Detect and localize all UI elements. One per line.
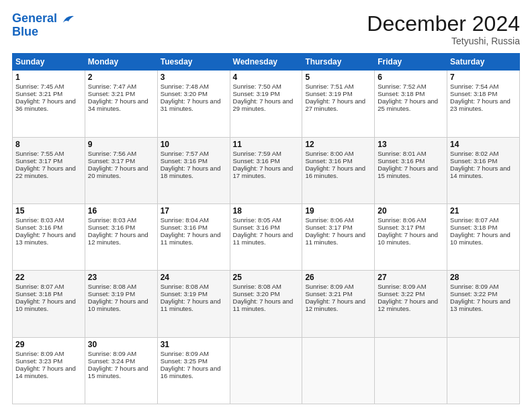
logo-text: General: [12, 12, 74, 26]
daylight-text: Daylight: 7 hours and 15 minutes.: [88, 365, 148, 379]
table-row: [230, 337, 302, 404]
sunrise-text: Sunrise: 8:06 AM: [378, 216, 426, 224]
sunrise-text: Sunrise: 7:57 AM: [161, 150, 209, 157]
day-number: 26: [305, 273, 371, 282]
table-row: 31Sunrise: 8:09 AMSunset: 3:25 PMDayligh…: [157, 337, 230, 404]
sunrise-text: Sunrise: 7:52 AM: [378, 83, 426, 90]
table-row: 10Sunrise: 7:57 AMSunset: 3:16 PMDayligh…: [157, 137, 230, 203]
daylight-text: Daylight: 7 hours and 25 minutes.: [378, 97, 438, 112]
sunrise-text: Sunrise: 7:51 AM: [305, 83, 353, 90]
logo-blue-text: Blue: [12, 26, 38, 39]
sunrise-text: Sunrise: 8:01 AM: [378, 150, 426, 157]
sunset-text: Sunset: 3:17 PM: [15, 157, 62, 165]
day-number: 30: [88, 340, 154, 349]
table-row: 16Sunrise: 8:03 AMSunset: 3:16 PMDayligh…: [85, 203, 157, 270]
day-number: 3: [161, 73, 227, 82]
day-number: 6: [378, 73, 444, 82]
table-row: 2Sunrise: 7:47 AMSunset: 3:21 PMDaylight…: [85, 71, 157, 137]
sunset-text: Sunset: 3:18 PM: [378, 90, 425, 97]
sunrise-text: Sunrise: 8:03 AM: [88, 216, 136, 224]
day-number: 14: [450, 140, 517, 149]
sunset-text: Sunset: 3:17 PM: [88, 157, 135, 165]
sunrise-text: Sunrise: 7:59 AM: [233, 150, 281, 157]
day-number: 25: [233, 273, 300, 282]
daylight-text: Daylight: 7 hours and 10 minutes.: [450, 231, 511, 246]
sunrise-text: Sunrise: 7:45 AM: [15, 83, 64, 90]
sunset-text: Sunset: 3:16 PM: [161, 157, 208, 165]
table-row: [302, 337, 375, 404]
daylight-text: Daylight: 7 hours and 22 minutes.: [15, 165, 76, 179]
sunset-text: Sunset: 3:22 PM: [378, 290, 425, 298]
daylight-text: Daylight: 7 hours and 16 minutes.: [305, 165, 365, 179]
daylight-text: Daylight: 7 hours and 11 minutes.: [161, 231, 221, 246]
week-row-5: 29Sunrise: 8:09 AMSunset: 3:23 PMDayligh…: [13, 337, 520, 404]
day-number: 17: [161, 206, 227, 216]
sunset-text: Sunset: 3:17 PM: [305, 224, 352, 231]
daylight-text: Daylight: 7 hours and 11 minutes.: [305, 231, 365, 246]
day-number: 1: [15, 73, 82, 82]
sunrise-text: Sunrise: 8:05 AM: [233, 216, 281, 224]
sunset-text: Sunset: 3:19 PM: [233, 90, 280, 97]
sunset-text: Sunset: 3:24 PM: [88, 357, 135, 365]
sunrise-text: Sunrise: 7:55 AM: [15, 150, 64, 157]
sunrise-text: Sunrise: 7:54 AM: [450, 83, 498, 90]
sunset-text: Sunset: 3:18 PM: [450, 224, 497, 231]
daylight-text: Daylight: 7 hours and 11 minutes.: [161, 298, 221, 312]
table-row: 19Sunrise: 8:06 AMSunset: 3:17 PMDayligh…: [302, 203, 375, 270]
logo-bird-icon: [62, 13, 74, 25]
sunrise-text: Sunrise: 8:09 AM: [378, 283, 426, 290]
daylight-text: Daylight: 7 hours and 12 minutes.: [305, 298, 365, 312]
sunset-text: Sunset: 3:16 PM: [450, 157, 497, 165]
sunset-text: Sunset: 3:19 PM: [88, 290, 135, 298]
day-number: 13: [378, 140, 444, 149]
daylight-text: Daylight: 7 hours and 27 minutes.: [305, 97, 365, 112]
day-number: 2: [88, 73, 154, 82]
day-number: 23: [88, 273, 154, 282]
week-row-1: 1Sunrise: 7:45 AMSunset: 3:21 PMDaylight…: [13, 71, 520, 137]
sunset-text: Sunset: 3:16 PM: [378, 157, 425, 165]
daylight-text: Daylight: 7 hours and 10 minutes.: [15, 298, 76, 312]
daylight-text: Daylight: 7 hours and 16 minutes.: [161, 365, 221, 379]
day-number: 31: [161, 340, 227, 349]
day-number: 7: [450, 73, 517, 82]
daylight-text: Daylight: 7 hours and 29 minutes.: [233, 97, 294, 112]
table-row: 27Sunrise: 8:09 AMSunset: 3:22 PMDayligh…: [375, 271, 447, 337]
logo: General Blue: [12, 12, 74, 39]
sunset-text: Sunset: 3:17 PM: [378, 224, 425, 231]
sunset-text: Sunset: 3:16 PM: [233, 157, 280, 165]
table-row: 30Sunrise: 8:09 AMSunset: 3:24 PMDayligh…: [85, 337, 157, 404]
day-number: 24: [161, 273, 227, 282]
daylight-text: Daylight: 7 hours and 11 minutes.: [233, 298, 294, 312]
calendar-page: General Blue December 2024 Tetyushi, Rus…: [0, 0, 532, 411]
day-number: 9: [88, 140, 154, 149]
sunset-text: Sunset: 3:19 PM: [161, 290, 208, 298]
table-row: 12Sunrise: 8:00 AMSunset: 3:16 PMDayligh…: [302, 137, 375, 203]
week-row-4: 22Sunrise: 8:07 AMSunset: 3:18 PMDayligh…: [13, 271, 520, 337]
table-row: 9Sunrise: 7:56 AMSunset: 3:17 PMDaylight…: [85, 137, 157, 203]
day-number: 29: [15, 340, 82, 349]
sunrise-text: Sunrise: 8:07 AM: [450, 216, 498, 224]
daylight-text: Daylight: 7 hours and 36 minutes.: [15, 97, 76, 112]
sunrise-text: Sunrise: 8:03 AM: [15, 216, 64, 224]
col-thursday: Thursday: [302, 54, 375, 71]
sunset-text: Sunset: 3:16 PM: [233, 224, 280, 231]
sunrise-text: Sunrise: 7:50 AM: [233, 83, 281, 90]
table-row: 22Sunrise: 8:07 AMSunset: 3:18 PMDayligh…: [13, 271, 85, 337]
sunset-text: Sunset: 3:21 PM: [305, 290, 352, 298]
table-row: 15Sunrise: 8:03 AMSunset: 3:16 PMDayligh…: [13, 203, 85, 270]
week-row-2: 8Sunrise: 7:55 AMSunset: 3:17 PMDaylight…: [13, 137, 520, 203]
col-sunday: Sunday: [13, 54, 85, 71]
daylight-text: Daylight: 7 hours and 10 minutes.: [378, 231, 438, 246]
day-number: 4: [233, 73, 300, 82]
week-row-3: 15Sunrise: 8:03 AMSunset: 3:16 PMDayligh…: [13, 203, 520, 270]
sunset-text: Sunset: 3:20 PM: [161, 90, 208, 97]
day-number: 5: [305, 73, 371, 82]
sunset-text: Sunset: 3:16 PM: [88, 224, 135, 231]
sunrise-text: Sunrise: 8:09 AM: [450, 283, 498, 290]
sunrise-text: Sunrise: 8:09 AM: [15, 350, 64, 357]
daylight-text: Daylight: 7 hours and 18 minutes.: [161, 165, 221, 179]
table-row: 17Sunrise: 8:04 AMSunset: 3:16 PMDayligh…: [157, 203, 230, 270]
sunrise-text: Sunrise: 8:02 AM: [450, 150, 498, 157]
daylight-text: Daylight: 7 hours and 15 minutes.: [378, 165, 438, 179]
day-number: 28: [450, 273, 517, 282]
